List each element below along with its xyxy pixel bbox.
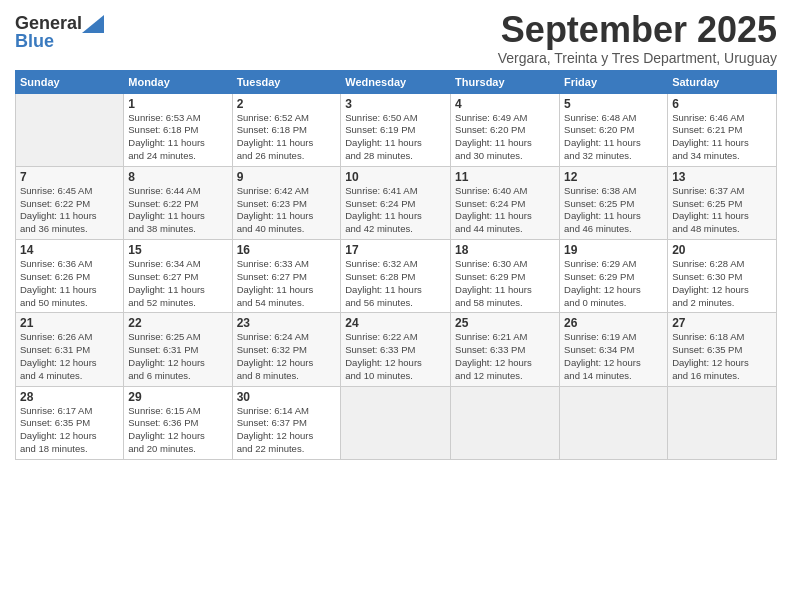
header-row: Sunday Monday Tuesday Wednesday Thursday… — [16, 70, 777, 93]
calendar-cell: 28Sunrise: 6:17 AM Sunset: 6:35 PM Dayli… — [16, 386, 124, 459]
day-info: Sunrise: 6:26 AM Sunset: 6:31 PM Dayligh… — [20, 331, 119, 382]
header: General Blue September 2025 Vergara, Tre… — [15, 10, 777, 66]
day-number: 1 — [128, 97, 227, 111]
day-info: Sunrise: 6:25 AM Sunset: 6:31 PM Dayligh… — [128, 331, 227, 382]
day-number: 2 — [237, 97, 337, 111]
calendar-cell: 27Sunrise: 6:18 AM Sunset: 6:35 PM Dayli… — [668, 313, 777, 386]
col-tuesday: Tuesday — [232, 70, 341, 93]
calendar-cell — [16, 93, 124, 166]
day-info: Sunrise: 6:33 AM Sunset: 6:27 PM Dayligh… — [237, 258, 337, 309]
day-number: 4 — [455, 97, 555, 111]
day-info: Sunrise: 6:32 AM Sunset: 6:28 PM Dayligh… — [345, 258, 446, 309]
calendar-cell: 17Sunrise: 6:32 AM Sunset: 6:28 PM Dayli… — [341, 240, 451, 313]
page-container: General Blue September 2025 Vergara, Tre… — [0, 0, 792, 470]
day-info: Sunrise: 6:46 AM Sunset: 6:21 PM Dayligh… — [672, 112, 772, 163]
calendar-cell: 15Sunrise: 6:34 AM Sunset: 6:27 PM Dayli… — [124, 240, 232, 313]
day-number: 18 — [455, 243, 555, 257]
day-info: Sunrise: 6:38 AM Sunset: 6:25 PM Dayligh… — [564, 185, 663, 236]
day-number: 29 — [128, 390, 227, 404]
day-number: 28 — [20, 390, 119, 404]
day-info: Sunrise: 6:21 AM Sunset: 6:33 PM Dayligh… — [455, 331, 555, 382]
day-info: Sunrise: 6:36 AM Sunset: 6:26 PM Dayligh… — [20, 258, 119, 309]
calendar-cell — [341, 386, 451, 459]
day-number: 8 — [128, 170, 227, 184]
day-info: Sunrise: 6:14 AM Sunset: 6:37 PM Dayligh… — [237, 405, 337, 456]
calendar-cell: 1Sunrise: 6:53 AM Sunset: 6:18 PM Daylig… — [124, 93, 232, 166]
day-number: 19 — [564, 243, 663, 257]
day-number: 24 — [345, 316, 446, 330]
calendar-cell: 29Sunrise: 6:15 AM Sunset: 6:36 PM Dayli… — [124, 386, 232, 459]
calendar-week-1: 1Sunrise: 6:53 AM Sunset: 6:18 PM Daylig… — [16, 93, 777, 166]
calendar-cell: 14Sunrise: 6:36 AM Sunset: 6:26 PM Dayli… — [16, 240, 124, 313]
day-info: Sunrise: 6:30 AM Sunset: 6:29 PM Dayligh… — [455, 258, 555, 309]
calendar-week-4: 21Sunrise: 6:26 AM Sunset: 6:31 PM Dayli… — [16, 313, 777, 386]
calendar-week-3: 14Sunrise: 6:36 AM Sunset: 6:26 PM Dayli… — [16, 240, 777, 313]
calendar-cell: 13Sunrise: 6:37 AM Sunset: 6:25 PM Dayli… — [668, 166, 777, 239]
calendar-week-5: 28Sunrise: 6:17 AM Sunset: 6:35 PM Dayli… — [16, 386, 777, 459]
day-number: 17 — [345, 243, 446, 257]
col-sunday: Sunday — [16, 70, 124, 93]
calendar-cell — [560, 386, 668, 459]
calendar-cell: 11Sunrise: 6:40 AM Sunset: 6:24 PM Dayli… — [451, 166, 560, 239]
day-number: 25 — [455, 316, 555, 330]
calendar-cell: 19Sunrise: 6:29 AM Sunset: 6:29 PM Dayli… — [560, 240, 668, 313]
calendar-cell: 26Sunrise: 6:19 AM Sunset: 6:34 PM Dayli… — [560, 313, 668, 386]
calendar-cell: 3Sunrise: 6:50 AM Sunset: 6:19 PM Daylig… — [341, 93, 451, 166]
day-info: Sunrise: 6:48 AM Sunset: 6:20 PM Dayligh… — [564, 112, 663, 163]
calendar-cell: 16Sunrise: 6:33 AM Sunset: 6:27 PM Dayli… — [232, 240, 341, 313]
calendar-cell — [668, 386, 777, 459]
day-info: Sunrise: 6:42 AM Sunset: 6:23 PM Dayligh… — [237, 185, 337, 236]
day-info: Sunrise: 6:41 AM Sunset: 6:24 PM Dayligh… — [345, 185, 446, 236]
day-info: Sunrise: 6:40 AM Sunset: 6:24 PM Dayligh… — [455, 185, 555, 236]
col-thursday: Thursday — [451, 70, 560, 93]
day-number: 16 — [237, 243, 337, 257]
calendar-cell: 23Sunrise: 6:24 AM Sunset: 6:32 PM Dayli… — [232, 313, 341, 386]
day-info: Sunrise: 6:37 AM Sunset: 6:25 PM Dayligh… — [672, 185, 772, 236]
day-info: Sunrise: 6:18 AM Sunset: 6:35 PM Dayligh… — [672, 331, 772, 382]
calendar-cell: 12Sunrise: 6:38 AM Sunset: 6:25 PM Dayli… — [560, 166, 668, 239]
calendar-cell: 6Sunrise: 6:46 AM Sunset: 6:21 PM Daylig… — [668, 93, 777, 166]
day-info: Sunrise: 6:52 AM Sunset: 6:18 PM Dayligh… — [237, 112, 337, 163]
calendar-cell: 8Sunrise: 6:44 AM Sunset: 6:22 PM Daylig… — [124, 166, 232, 239]
day-info: Sunrise: 6:44 AM Sunset: 6:22 PM Dayligh… — [128, 185, 227, 236]
day-number: 20 — [672, 243, 772, 257]
day-number: 6 — [672, 97, 772, 111]
calendar-cell: 30Sunrise: 6:14 AM Sunset: 6:37 PM Dayli… — [232, 386, 341, 459]
calendar-cell — [451, 386, 560, 459]
calendar-cell: 4Sunrise: 6:49 AM Sunset: 6:20 PM Daylig… — [451, 93, 560, 166]
day-number: 23 — [237, 316, 337, 330]
month-title: September 2025 — [498, 10, 777, 50]
subtitle: Vergara, Treinta y Tres Department, Urug… — [498, 50, 777, 66]
day-number: 15 — [128, 243, 227, 257]
day-info: Sunrise: 6:19 AM Sunset: 6:34 PM Dayligh… — [564, 331, 663, 382]
day-number: 9 — [237, 170, 337, 184]
day-info: Sunrise: 6:17 AM Sunset: 6:35 PM Dayligh… — [20, 405, 119, 456]
day-number: 11 — [455, 170, 555, 184]
logo-text-blue: Blue — [15, 32, 54, 52]
day-number: 26 — [564, 316, 663, 330]
day-number: 12 — [564, 170, 663, 184]
day-number: 7 — [20, 170, 119, 184]
calendar-cell: 10Sunrise: 6:41 AM Sunset: 6:24 PM Dayli… — [341, 166, 451, 239]
calendar-cell: 18Sunrise: 6:30 AM Sunset: 6:29 PM Dayli… — [451, 240, 560, 313]
title-block: September 2025 Vergara, Treinta y Tres D… — [498, 10, 777, 66]
col-wednesday: Wednesday — [341, 70, 451, 93]
day-info: Sunrise: 6:50 AM Sunset: 6:19 PM Dayligh… — [345, 112, 446, 163]
day-info: Sunrise: 6:45 AM Sunset: 6:22 PM Dayligh… — [20, 185, 119, 236]
col-monday: Monday — [124, 70, 232, 93]
calendar-cell: 22Sunrise: 6:25 AM Sunset: 6:31 PM Dayli… — [124, 313, 232, 386]
day-info: Sunrise: 6:34 AM Sunset: 6:27 PM Dayligh… — [128, 258, 227, 309]
logo-icon — [82, 15, 104, 33]
calendar-cell: 7Sunrise: 6:45 AM Sunset: 6:22 PM Daylig… — [16, 166, 124, 239]
day-info: Sunrise: 6:53 AM Sunset: 6:18 PM Dayligh… — [128, 112, 227, 163]
day-number: 13 — [672, 170, 772, 184]
day-number: 22 — [128, 316, 227, 330]
day-number: 3 — [345, 97, 446, 111]
day-number: 21 — [20, 316, 119, 330]
calendar-cell: 20Sunrise: 6:28 AM Sunset: 6:30 PM Dayli… — [668, 240, 777, 313]
day-number: 14 — [20, 243, 119, 257]
day-info: Sunrise: 6:28 AM Sunset: 6:30 PM Dayligh… — [672, 258, 772, 309]
calendar-table: Sunday Monday Tuesday Wednesday Thursday… — [15, 70, 777, 460]
calendar-cell: 21Sunrise: 6:26 AM Sunset: 6:31 PM Dayli… — [16, 313, 124, 386]
day-number: 5 — [564, 97, 663, 111]
